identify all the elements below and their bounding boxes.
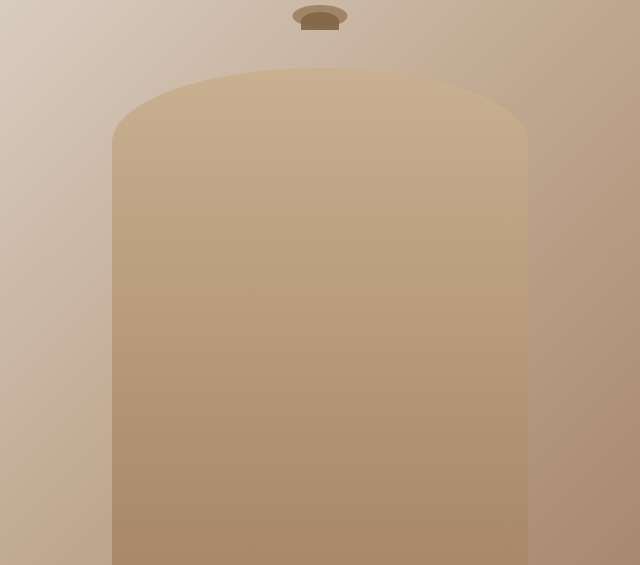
list-item: KIMAKIMBERLIN + FOLLOW <box>533 317 638 458</box>
featured-section: FEATURED BY POLAROID CORYSTAUDACHER + FO… <box>318 144 640 565</box>
featured-photo-6 <box>533 317 638 417</box>
featured-grid: CORYSTAUDACHER + FOLLOW GARETHP <box>318 174 640 459</box>
right-panel: CANCEL FIND PEOPLE #TAGS f FEATURED BY P… <box>318 0 640 565</box>
